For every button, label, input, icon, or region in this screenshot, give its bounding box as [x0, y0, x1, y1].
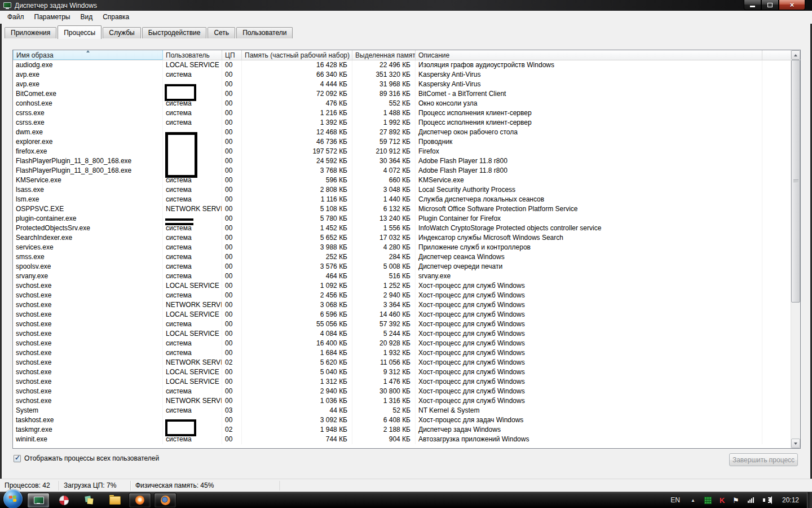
tab-services[interactable]: Службы — [103, 27, 140, 38]
process-row[interactable]: conhost.exeсистема00476 КБ552 КБОкно кон… — [13, 99, 791, 108]
kaspersky-tray-icon[interactable]: K — [720, 497, 725, 504]
menu-options[interactable]: Параметры — [29, 11, 76, 23]
taskbar-item-task-manager[interactable] — [27, 493, 50, 508]
process-commit: 5 244 КБ — [352, 329, 416, 339]
taskbar-item-explorer[interactable] — [103, 493, 126, 508]
process-row[interactable]: csrss.exeсистема001 216 КБ1 488 КБПроцес… — [13, 108, 791, 118]
network-icon[interactable] — [748, 497, 754, 503]
process-row[interactable]: svchost.exeсистема001 684 КБ1 932 КБХост… — [13, 348, 791, 358]
minimize-button[interactable] — [744, 0, 761, 10]
language-indicator[interactable]: EN — [665, 496, 686, 504]
process-mem: 12 468 КБ — [242, 128, 352, 137]
process-row[interactable]: audiodg.exeLOCAL SERVICE0016 428 КБ22 49… — [13, 60, 791, 70]
process-row[interactable]: lsass.exeсистема002 808 КБ3 048 КБLocal … — [13, 185, 791, 195]
process-desc: Диспетчер окон рабочего стола — [416, 128, 762, 137]
taskbar-item-firefox[interactable] — [154, 493, 176, 508]
action-center-icon[interactable]: ⚑ — [732, 497, 739, 504]
process-row[interactable]: svchost.exeLOCAL SERVICE005 040 КБ9 312 … — [13, 367, 791, 377]
scroll-down-button[interactable] — [791, 439, 800, 448]
show-all-users-checkbox[interactable]: ✓ — [14, 455, 21, 462]
process-name: explorer.exe — [13, 137, 163, 147]
show-hidden-icons-button[interactable]: ▲ — [686, 498, 700, 503]
tab-performance[interactable]: Быстродействие — [142, 27, 207, 38]
process-row[interactable]: dwm.exe0012 468 КБ27 892 КБДиспетчер око… — [13, 128, 791, 137]
process-row[interactable]: svchost.exeLOCAL SERVICE004 084 КБ5 244 … — [13, 329, 791, 339]
process-cpu: 00 — [222, 271, 242, 281]
process-row[interactable]: FlashPlayerPlugin_11_8_800_168.exe0024 5… — [13, 156, 791, 166]
process-row[interactable]: Systemсистема0344 КБ52 КБNT Kernel & Sys… — [13, 406, 791, 415]
taskbar-item-kaspersky[interactable] — [52, 493, 75, 508]
process-row[interactable]: csrss.exeсистема001 392 КБ1 992 КБПроцес… — [13, 118, 791, 128]
menu-help[interactable]: Справка — [98, 11, 134, 23]
menu-view[interactable]: Вид — [75, 11, 98, 23]
close-button[interactable]: × — [779, 0, 805, 10]
process-row[interactable]: OSPPSVC.EXENETWORK SERVICE005 108 КБ6 13… — [13, 204, 791, 214]
process-row[interactable]: lsm.exeсистема001 116 КБ1 440 КБСлужба д… — [13, 195, 791, 204]
scrollbar-thumb[interactable] — [791, 60, 800, 303]
column-header-commit[interactable]: Выделенная память — [352, 50, 416, 60]
start-button[interactable] — [3, 489, 23, 508]
process-row[interactable]: svchost.exeNETWORK SERVICE003 068 КБ3 36… — [13, 300, 791, 310]
tab-processes[interactable]: Процессы — [58, 25, 102, 39]
vertical-scrollbar[interactable] — [791, 50, 800, 448]
process-row[interactable]: wininit.exeсистема00744 КБ904 КБАвтозагр… — [13, 435, 791, 444]
tab-users[interactable]: Пользователи — [236, 27, 293, 38]
process-row[interactable]: svchost.exeсистема0055 056 КБ57 392 КБХо… — [13, 319, 791, 329]
tray-grid-icon[interactable] — [704, 497, 712, 504]
process-row[interactable]: taskhost.exe003 092 КБ6 408 КБХост-проце… — [13, 415, 791, 425]
process-row[interactable]: svchost.exeNETWORK SERVICE001 036 КБ1 31… — [13, 396, 791, 406]
process-mem: 3 768 КБ — [242, 166, 352, 176]
menu-file[interactable]: Файл — [2, 11, 29, 23]
process-desc: Хост-процесс для служб Windows — [416, 281, 762, 291]
process-desc: Хост-процесс для служб Windows — [416, 319, 762, 329]
process-row[interactable]: explorer.exe0046 736 КБ59 712 КБПроводни… — [13, 137, 791, 147]
process-row[interactable]: svchost.exeсистема002 940 КБ30 800 КБХос… — [13, 387, 791, 396]
column-header-cpu[interactable]: ЦП — [222, 50, 242, 60]
process-row[interactable]: plugin-container.exe005 780 КБ13 240 КБP… — [13, 214, 791, 224]
process-row[interactable]: KMService.exeсистема00596 КБ660 КБKMServ… — [13, 176, 791, 185]
process-row[interactable]: svchost.exeNETWORK SERVICE025 620 КБ11 0… — [13, 358, 791, 367]
process-row[interactable]: spoolsv.exeсистема003 576 КБ5 008 КБДисп… — [13, 262, 791, 271]
process-row[interactable]: FlashPlayerPlugin_11_8_800_168.exe003 76… — [13, 166, 791, 176]
process-row[interactable]: avp.exeсистема0066 340 КБ351 320 КБKaspe… — [13, 70, 791, 80]
column-header-user[interactable]: Пользователь — [163, 50, 222, 60]
process-row[interactable]: svchost.exeLOCAL SERVICE006 596 КБ14 460… — [13, 310, 791, 319]
show-desktop-button[interactable] — [807, 492, 812, 508]
process-row[interactable]: svchost.exeLOCAL SERVICE001 312 КБ1 476 … — [13, 377, 791, 387]
process-row[interactable]: taskmgr.exe021 948 КБ2 188 КБДиспетчер з… — [13, 425, 791, 435]
process-commit: 11 056 КБ — [352, 358, 416, 367]
tab-applications[interactable]: Приложения — [5, 27, 56, 38]
tab-network[interactable]: Сеть — [208, 27, 235, 38]
process-row[interactable]: avp.exe004 444 КБ31 968 КБKaspersky Anti… — [13, 80, 791, 89]
column-header-description[interactable]: Описание — [416, 50, 762, 60]
process-row[interactable]: firefox.exe00197 572 КБ210 912 КБFirefox — [13, 147, 791, 156]
volume-icon[interactable] — [763, 496, 772, 504]
process-row[interactable]: ProtectedObjectsSrv.exeсистема001 452 КБ… — [13, 224, 791, 233]
process-cpu: 00 — [222, 300, 242, 310]
column-header-memory[interactable]: Память (частный рабочий набор) — [242, 50, 352, 60]
process-cpu: 00 — [222, 233, 242, 243]
process-row[interactable]: SearchIndexer.exeсистема005 652 КБ17 032… — [13, 233, 791, 243]
process-cpu: 00 — [222, 60, 242, 70]
clock[interactable]: 20:12 — [776, 496, 807, 504]
process-commit: 17 032 КБ — [352, 233, 416, 243]
restore-button[interactable] — [761, 0, 779, 10]
process-row[interactable]: BitComet.exe0072 092 КБ89 316 КБBitComet… — [13, 89, 791, 99]
process-row[interactable]: svchost.exeсистема002 456 КБ2 940 КБХост… — [13, 291, 791, 300]
process-cpu: 00 — [222, 195, 242, 204]
process-mem: 2 940 КБ — [242, 387, 352, 396]
process-row[interactable]: srvany.exeсистема00464 КБ516 КБsrvany.ex… — [13, 271, 791, 281]
column-header-image-name[interactable]: Имя образа — [13, 50, 163, 60]
process-row[interactable]: svchost.exeсистема0016 400 КБ20 928 КБХо… — [13, 339, 791, 348]
taskbar-item-bitcomet[interactable] — [129, 493, 151, 508]
process-row[interactable]: smss.exeсистема00252 КБ284 КБДиспетчер с… — [13, 252, 791, 262]
title-bar[interactable]: Диспетчер задач Windows × — [0, 0, 812, 11]
process-row[interactable]: svchost.exeLOCAL SERVICE001 092 КБ1 252 … — [13, 281, 791, 291]
column-header-filler — [762, 50, 791, 60]
taskbar-item-sticky-notes[interactable] — [78, 493, 100, 508]
process-desc: Microsoft Office Software Protection Pla… — [416, 204, 762, 214]
process-row[interactable]: services.exeсистема003 988 КБ4 280 КБПри… — [13, 243, 791, 252]
end-process-button[interactable]: Завершить процесс — [729, 453, 798, 466]
process-user: система — [163, 252, 222, 262]
scroll-up-button[interactable] — [791, 50, 800, 60]
